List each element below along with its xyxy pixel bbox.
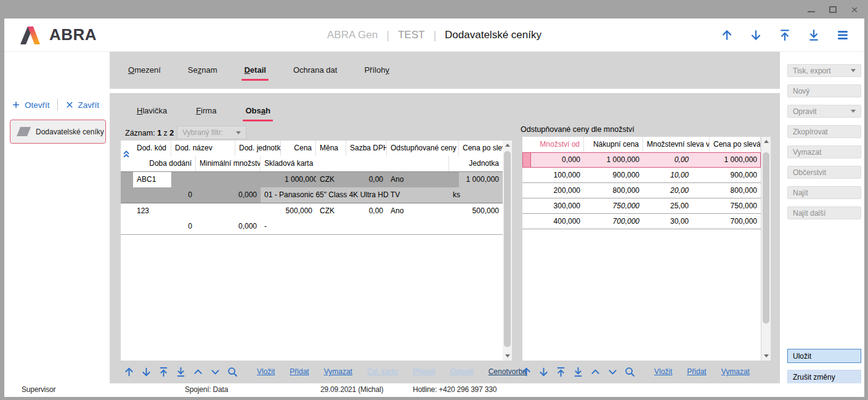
- tab-ochrana-dat[interactable]: Ochrana dat: [293, 65, 338, 81]
- arrow-down-icon[interactable]: [749, 28, 763, 42]
- scroll-thumb[interactable]: [504, 151, 511, 347]
- column-header-mena[interactable]: Měna: [316, 141, 346, 156]
- scroll-thumb[interactable]: [763, 152, 769, 324]
- subtab-hlavicka[interactable]: Hlavička: [137, 106, 167, 121]
- link-vlozit[interactable]: Vložit: [654, 367, 672, 376]
- column-header-cena-po-sleve[interactable]: Cena po slevě: [459, 141, 503, 156]
- subtab-firma[interactable]: Firma: [196, 106, 216, 121]
- button-opravit[interactable]: Opravit: [787, 105, 861, 118]
- separator: |: [386, 29, 389, 42]
- arrow-down-icon[interactable]: [140, 366, 152, 378]
- tier-row[interactable]: 100,000900,00010,00900,000: [522, 168, 761, 183]
- column-header-mnozstevni-sleva-v[interactable]: Množstevní sleva v %: [643, 137, 710, 152]
- search-icon[interactable]: [227, 366, 238, 378]
- filter-select[interactable]: Vybraný filtr:: [177, 126, 246, 139]
- tab-seznam[interactable]: Seznam: [188, 65, 217, 81]
- button-novy[interactable]: Nový: [787, 84, 861, 97]
- button-zkopirovat[interactable]: Zkopírovat: [787, 125, 861, 138]
- link-vymazat[interactable]: Vymazat: [324, 367, 352, 376]
- chevron-down-icon[interactable]: [607, 366, 619, 378]
- button-najit[interactable]: Najít: [787, 186, 861, 199]
- scroll-up-button[interactable]: [503, 141, 512, 150]
- tier-scrollbar[interactable]: [761, 137, 771, 361]
- cell-mena: CZK: [316, 172, 346, 187]
- tier-row[interactable]: 0,0001 000,0000,001 000,000: [522, 152, 761, 168]
- button-zrusit-zmeny[interactable]: Zrušit změny: [787, 370, 861, 384]
- arrow-up-icon[interactable]: [521, 366, 532, 378]
- subtab-obsah[interactable]: Obsah: [245, 106, 270, 121]
- tab-label: Obsah: [245, 106, 270, 115]
- column-header-jednotka[interactable]: Jednotka: [449, 156, 503, 171]
- close-tab-button[interactable]: Zavřít: [65, 100, 100, 110]
- column-header-dod-kod[interactable]: Dod. kód: [133, 141, 171, 156]
- link-pridat[interactable]: Přidat: [290, 367, 309, 376]
- cell-mnozstvi-od: 100,000: [531, 168, 584, 182]
- column-header-cena[interactable]: Cena: [281, 141, 316, 156]
- chevron-up-icon[interactable]: [192, 366, 204, 378]
- column-header-doba-dodani[interactable]: Doba dodání: [133, 156, 196, 171]
- arrow-down-icon[interactable]: [538, 366, 550, 378]
- collapse-icon[interactable]: [121, 149, 131, 159]
- button-vymazat[interactable]: Vymazat: [787, 145, 861, 158]
- tab-omezeni[interactable]: Omezení: [128, 65, 161, 81]
- arrow-to-top-icon[interactable]: [158, 366, 169, 378]
- button-najit-dalsi[interactable]: Najít další: [787, 206, 861, 219]
- sidebar-item-dodavatelske-ceniky[interactable]: Dodavatelské ceníky: [10, 120, 106, 144]
- menu-icon[interactable]: [836, 28, 850, 42]
- button-obcerstvit[interactable]: Občerstvit: [787, 166, 861, 179]
- link-pridat[interactable]: Přidat: [687, 367, 706, 376]
- column-header-skladova-karta[interactable]: Skladová karta: [261, 156, 449, 171]
- column-header-odstupnovane-ceny[interactable]: Odstupňované ceny: [387, 141, 459, 156]
- cell-mnozstevni-sleva-v: 0,00: [643, 152, 710, 167]
- column-header-cena-po-slevach[interactable]: Cena po slevách: [710, 137, 761, 152]
- chevron-up-icon[interactable]: [590, 366, 601, 378]
- cell-dod-kod[interactable]: ABC1: [133, 172, 171, 187]
- arrow-up-icon[interactable]: [720, 28, 734, 42]
- table-row[interactable]: 123500,000CZK0,00Ano500,00000,000-: [121, 203, 503, 235]
- arrow-to-top-icon[interactable]: [555, 366, 567, 378]
- column-header-minimalni-mnozstvi[interactable]: Minimální množství: [196, 156, 261, 171]
- arrow-up-icon[interactable]: [123, 366, 135, 378]
- arrow-to-top-icon[interactable]: [778, 28, 792, 42]
- window-titlebar[interactable]: ×: [0, 0, 868, 18]
- link-vlozit[interactable]: Vložit: [257, 367, 275, 376]
- close-button[interactable]: ×: [848, 3, 861, 15]
- tier-row[interactable]: 200,000800,00020,00800,000: [522, 183, 761, 198]
- arrow-to-bottom-icon[interactable]: [572, 366, 584, 378]
- maximize-button[interactable]: [827, 3, 839, 15]
- column-header-dod-nazev[interactable]: Dod. název: [171, 141, 235, 156]
- arrow-to-bottom-icon[interactable]: [175, 366, 187, 378]
- tier-row[interactable]: 300,000750,00025,00750,000: [522, 198, 761, 214]
- cell-doba-dodani: 0: [133, 187, 196, 203]
- search-icon[interactable]: [624, 366, 636, 378]
- arrow-to-bottom-icon[interactable]: [807, 28, 821, 42]
- column-header-mnozstvi-od[interactable]: Množství od: [531, 137, 584, 152]
- scroll-down-button[interactable]: [503, 351, 512, 361]
- items-scrollbar[interactable]: [503, 141, 512, 361]
- open-button[interactable]: Otevřít: [12, 100, 50, 110]
- chevron-down-icon: [236, 131, 241, 134]
- cell-dod-kod: 123: [133, 203, 171, 219]
- scroll-down-button[interactable]: [761, 351, 771, 361]
- cell-mnozstevni-sleva-v: 25,00: [643, 198, 710, 213]
- button-ulozit[interactable]: Uložit: [787, 349, 861, 363]
- cell-nakupni-cena: 1 000,000: [584, 152, 643, 167]
- button-tisk-export[interactable]: Tisk, export: [787, 64, 861, 77]
- table-row[interactable]: ABC11 000,000CZK0,00Ano1 000,00000,00001…: [121, 171, 503, 203]
- tier-row[interactable]: 400,000700,00030,00700,000: [522, 214, 761, 229]
- tab-label: Ochrana dat: [293, 65, 338, 75]
- button-label: Nový: [793, 87, 809, 96]
- scroll-up-button[interactable]: [761, 137, 771, 146]
- column-header-dod-jednotka[interactable]: Dod. jednotka: [235, 141, 281, 156]
- tab-prilohy[interactable]: Přílohy: [364, 65, 389, 81]
- header-line-1: Dod. kódDod. názevDod. jednotkaCenaMěnaS…: [121, 141, 503, 156]
- link-vymazat[interactable]: Vymazat: [721, 367, 750, 376]
- minimize-button[interactable]: [805, 3, 817, 15]
- pricelist-icon: [17, 127, 31, 136]
- tab-detail[interactable]: Detail: [244, 65, 266, 81]
- cell-dod-jednotka: [235, 172, 281, 187]
- chevron-down-icon[interactable]: [209, 366, 221, 378]
- column-header-nakupni-cena[interactable]: Nákupní cena: [584, 137, 643, 152]
- column-header-sazba-dph[interactable]: Sazba DPH: [346, 141, 387, 156]
- cell-odstupnovane-ceny: Ano: [387, 172, 459, 187]
